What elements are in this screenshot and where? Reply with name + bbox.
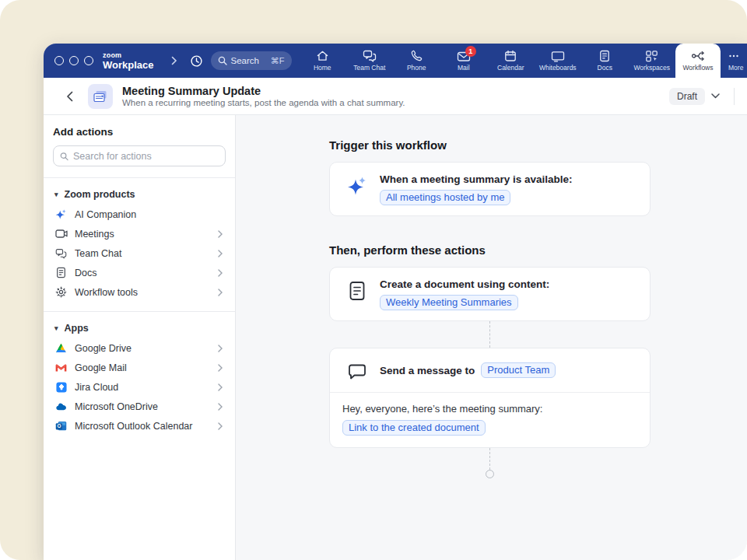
section-apps: ▾ Apps Google Drive <box>44 312 235 437</box>
actions-sidebar: Add actions ▾ Zoom products <box>44 115 236 560</box>
jira-icon <box>54 380 68 394</box>
zoom-workplace-window: zoom Workplace Search ⌘F Home <box>44 44 747 560</box>
video-icon <box>54 227 68 240</box>
nav-whiteboards[interactable]: Whiteboards <box>535 44 582 78</box>
workflow-connector <box>329 321 651 348</box>
nav-mail[interactable]: 1 Mail <box>440 44 488 78</box>
nav-phone[interactable]: Phone <box>393 44 440 78</box>
send-message-card[interactable]: Send a message to Product Team Hey, ever… <box>329 348 651 448</box>
document-icon <box>54 266 68 279</box>
nav-team-chat[interactable]: Team Chat <box>346 44 394 78</box>
chat-bubble-icon <box>347 362 367 382</box>
ai-sparkle-icon <box>347 176 367 196</box>
top-nav-items: Home Team Chat Phone 1 Mail Calend <box>299 44 747 78</box>
nav-workflows[interactable]: Workflows <box>675 44 721 78</box>
trigger-card[interactable]: When a meeting summary is available: All… <box>329 162 651 216</box>
global-search-input[interactable]: Search ⌘F <box>211 51 292 70</box>
zoom-workplace-logo: zoom Workplace <box>103 52 154 70</box>
trigger-section-heading: Trigger this workflow <box>329 138 747 152</box>
add-step-node[interactable] <box>486 470 494 478</box>
sidebar-item-jira-cloud[interactable]: Jira Cloud <box>53 377 226 397</box>
section-header-apps[interactable]: ▾ Apps <box>53 321 226 338</box>
back-chevron-icon <box>66 91 73 102</box>
whiteboards-icon <box>551 51 565 62</box>
search-placeholder: Search <box>231 56 271 65</box>
document-content-chip[interactable]: Weekly Meeting Summaries <box>380 295 518 310</box>
chevron-right-icon <box>218 345 223 352</box>
trigger-scope-chip[interactable]: All meetings hosted by me <box>380 190 510 205</box>
docs-icon <box>599 50 610 62</box>
sidebar-item-microsoft-onedrive[interactable]: Microsoft OneDrive <box>53 397 226 416</box>
document-icon <box>347 281 367 301</box>
chevron-right-icon <box>218 289 223 296</box>
header-right-actions: Draft <box>669 88 735 105</box>
nav-docs[interactable]: Docs <box>581 44 629 78</box>
search-shortcut: ⌘F <box>271 56 285 66</box>
sidebar-item-meetings[interactable]: Meetings <box>53 224 226 243</box>
window-control-dot[interactable] <box>54 56 64 65</box>
section-header-zoom-products[interactable]: ▾ Zoom products <box>53 187 226 205</box>
chevron-right-icon <box>218 403 223 411</box>
sidebar-item-microsoft-outlook-calendar[interactable]: O Microsoft Outlook Calendar <box>53 416 226 436</box>
workflow-header: Meeting Summary Update When a recurring … <box>44 78 747 115</box>
create-document-title: Create a document using content: <box>380 278 549 290</box>
desktop-background: zoom Workplace Search ⌘F Home <box>0 0 747 560</box>
logo-workplace-text: Workplace <box>103 60 154 70</box>
connector-dashed-line <box>489 448 490 470</box>
sidebar-item-google-mail[interactable]: Google Mail <box>53 358 226 377</box>
actions-section-heading: Then, perform these actions <box>329 243 747 257</box>
more-icon <box>728 50 739 62</box>
message-body-text: Hey, everyone, here’s the meeting summar… <box>342 403 637 415</box>
calendar-icon <box>504 50 517 62</box>
create-document-card[interactable]: Create a document using content: Weekly … <box>329 267 651 321</box>
window-controls <box>54 56 93 65</box>
actions-search-input[interactable] <box>73 151 219 162</box>
nav-home[interactable]: Home <box>299 44 346 78</box>
workflow-thumbnail-icon <box>88 84 113 109</box>
chevron-right-icon <box>218 383 223 391</box>
workflow-end-connector <box>329 448 651 478</box>
workspaces-icon <box>645 50 658 62</box>
window-control-dot[interactable] <box>69 56 79 65</box>
mail-unread-badge: 1 <box>465 46 476 57</box>
chat-bubbles-icon <box>54 247 68 260</box>
gear-icon <box>54 285 68 299</box>
header-divider <box>734 88 735 105</box>
workflow-subtitle: When a recurring meeting starts, post th… <box>122 98 405 107</box>
actions-search-field[interactable] <box>53 145 226 166</box>
chevron-right-icon <box>218 250 223 257</box>
back-button[interactable] <box>61 88 78 105</box>
search-icon <box>218 56 227 65</box>
svg-text:O: O <box>57 423 61 429</box>
status-badge[interactable]: Draft <box>669 88 705 105</box>
nav-more[interactable]: More <box>721 44 747 78</box>
home-icon <box>316 50 329 62</box>
logo-zoom-text: zoom <box>103 52 154 59</box>
ai-sparkle-icon <box>54 208 68 221</box>
window-control-dot[interactable] <box>84 56 93 65</box>
workflows-icon <box>691 50 705 62</box>
document-link-chip[interactable]: Link to the created document <box>342 420 486 436</box>
sidebar-item-workflow-tools[interactable]: Workflow tools <box>53 282 226 302</box>
nav-workspaces[interactable]: Workspaces <box>629 44 676 78</box>
trigger-card-title: When a meeting summary is available: <box>380 173 573 185</box>
sidebar-item-team-chat[interactable]: Team Chat <box>53 243 226 263</box>
sidebar-title: Add actions <box>53 126 226 138</box>
sidebar-item-ai-companion[interactable]: AI Companion <box>53 205 226 224</box>
nav-calendar[interactable]: Calendar <box>487 44 535 78</box>
team-chat-icon <box>363 50 377 62</box>
chevron-right-icon <box>218 230 223 238</box>
history-icon[interactable] <box>190 54 203 68</box>
top-navigation-bar: zoom Workplace Search ⌘F Home <box>44 44 747 78</box>
recipient-chip[interactable]: Product Team <box>481 362 556 378</box>
collapse-triangle-icon: ▾ <box>54 191 58 198</box>
connector-dashed-line <box>489 321 490 348</box>
chevron-right-icon <box>218 422 223 430</box>
sidebar-item-google-drive[interactable]: Google Drive <box>53 338 226 358</box>
sidebar-item-docs[interactable]: Docs <box>53 263 226 282</box>
chevron-right-icon <box>218 364 223 372</box>
status-chevron-down-icon[interactable] <box>711 93 720 99</box>
collapse-chevron-icon[interactable] <box>171 56 177 65</box>
workflow-title: Meeting Summary Update <box>122 85 405 97</box>
content-area: Meeting Summary Update When a recurring … <box>44 78 747 560</box>
